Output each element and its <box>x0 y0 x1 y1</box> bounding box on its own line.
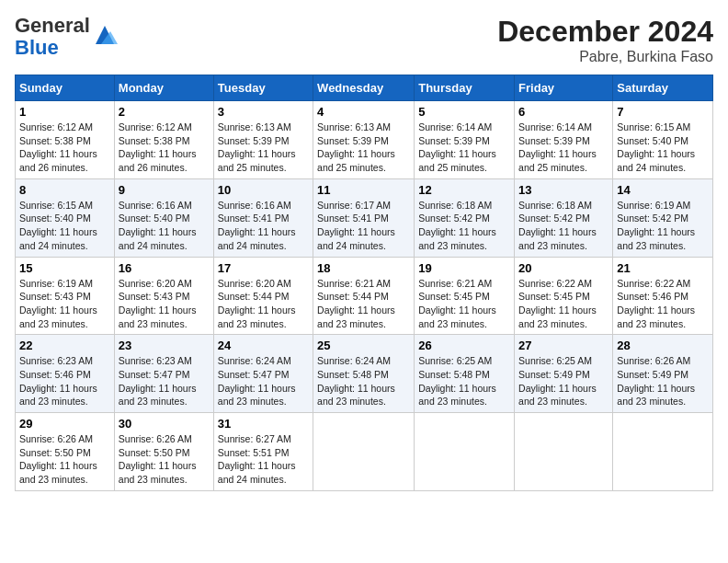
calendar-cell: 20 Sunrise: 6:22 AMSunset: 5:45 PMDaylig… <box>515 257 613 335</box>
calendar-cell <box>515 413 613 491</box>
cell-info: Sunrise: 6:23 AMSunset: 5:46 PMDaylight:… <box>19 355 97 407</box>
cell-info: Sunrise: 6:21 AMSunset: 5:44 PMDaylight:… <box>317 278 395 329</box>
calendar-cell: 16 Sunrise: 6:20 AMSunset: 5:43 PMDaylig… <box>114 257 213 335</box>
cell-info: Sunrise: 6:22 AMSunset: 5:46 PMDaylight:… <box>617 278 695 329</box>
calendar-cell: 22 Sunrise: 6:23 AMSunset: 5:46 PMDaylig… <box>16 335 115 413</box>
cell-info: Sunrise: 6:22 AMSunset: 5:45 PMDaylight:… <box>518 278 597 329</box>
cell-info: Sunrise: 6:23 AMSunset: 5:47 PMDaylight:… <box>119 355 197 407</box>
cell-info: Sunrise: 6:24 AMSunset: 5:48 PMDaylight:… <box>317 355 395 407</box>
calendar-cell: 5 Sunrise: 6:14 AMSunset: 5:39 PMDayligh… <box>415 101 515 179</box>
calendar-week-row: 8 Sunrise: 6:15 AMSunset: 5:40 PMDayligh… <box>16 178 713 257</box>
day-number: 10 <box>218 183 309 197</box>
cell-info: Sunrise: 6:26 AMSunset: 5:49 PMDaylight:… <box>617 355 695 407</box>
calendar-cell: 8 Sunrise: 6:15 AMSunset: 5:40 PMDayligh… <box>16 178 115 257</box>
day-number: 11 <box>317 183 410 197</box>
calendar-cell: 12 Sunrise: 6:18 AMSunset: 5:42 PMDaylig… <box>415 178 515 257</box>
cell-info: Sunrise: 6:13 AMSunset: 5:39 PMDaylight:… <box>218 121 296 173</box>
day-number: 15 <box>19 261 110 275</box>
logo-general: General <box>15 14 90 37</box>
page-title: December 2024 <box>497 15 713 49</box>
cell-info: Sunrise: 6:15 AMSunset: 5:40 PMDaylight:… <box>19 200 97 251</box>
logo: General Blue <box>15 15 118 59</box>
day-number: 31 <box>218 417 309 431</box>
day-number: 14 <box>617 183 709 197</box>
calendar-cell: 1 Sunrise: 6:12 AMSunset: 5:38 PMDayligh… <box>16 101 115 179</box>
cell-info: Sunrise: 6:12 AMSunset: 5:38 PMDaylight:… <box>119 121 197 173</box>
calendar-cell: 29 Sunrise: 6:26 AMSunset: 5:50 PMDaylig… <box>16 413 115 491</box>
day-number: 7 <box>617 105 709 119</box>
day-number: 16 <box>119 261 210 275</box>
calendar-week-row: 22 Sunrise: 6:23 AMSunset: 5:46 PMDaylig… <box>16 335 713 413</box>
calendar-cell: 11 Sunrise: 6:17 AMSunset: 5:41 PMDaylig… <box>313 178 415 257</box>
day-number: 2 <box>119 105 210 119</box>
calendar-cell: 10 Sunrise: 6:16 AMSunset: 5:41 PMDaylig… <box>213 178 313 257</box>
calendar-cell <box>613 413 713 491</box>
logo-icon <box>92 22 118 48</box>
calendar-cell: 31 Sunrise: 6:27 AMSunset: 5:51 PMDaylig… <box>213 413 313 491</box>
header-sunday: Sunday <box>16 75 115 101</box>
cell-info: Sunrise: 6:20 AMSunset: 5:44 PMDaylight:… <box>218 278 296 329</box>
cell-info: Sunrise: 6:12 AMSunset: 5:38 PMDaylight:… <box>19 121 97 173</box>
cell-info: Sunrise: 6:14 AMSunset: 5:39 PMDaylight:… <box>518 121 597 173</box>
calendar-cell: 23 Sunrise: 6:23 AMSunset: 5:47 PMDaylig… <box>114 335 213 413</box>
calendar-cell: 24 Sunrise: 6:24 AMSunset: 5:47 PMDaylig… <box>213 335 313 413</box>
cell-info: Sunrise: 6:24 AMSunset: 5:47 PMDaylight:… <box>218 355 296 407</box>
day-number: 20 <box>518 261 609 275</box>
cell-info: Sunrise: 6:18 AMSunset: 5:42 PMDaylight:… <box>518 200 597 251</box>
logo-blue: Blue <box>15 36 59 59</box>
day-number: 27 <box>518 339 609 352</box>
calendar-cell <box>313 413 415 491</box>
calendar-cell: 15 Sunrise: 6:19 AMSunset: 5:43 PMDaylig… <box>16 257 115 335</box>
header-wednesday: Wednesday <box>313 75 415 101</box>
day-number: 6 <box>518 105 609 119</box>
calendar-cell: 7 Sunrise: 6:15 AMSunset: 5:40 PMDayligh… <box>613 101 713 179</box>
day-number: 3 <box>218 105 309 119</box>
calendar-week-row: 1 Sunrise: 6:12 AMSunset: 5:38 PMDayligh… <box>16 101 713 179</box>
cell-info: Sunrise: 6:14 AMSunset: 5:39 PMDaylight:… <box>418 121 496 173</box>
day-number: 17 <box>218 261 309 275</box>
header-tuesday: Tuesday <box>213 75 313 101</box>
calendar-cell: 18 Sunrise: 6:21 AMSunset: 5:44 PMDaylig… <box>313 257 415 335</box>
calendar-cell: 27 Sunrise: 6:25 AMSunset: 5:49 PMDaylig… <box>515 335 613 413</box>
cell-info: Sunrise: 6:15 AMSunset: 5:40 PMDaylight:… <box>617 121 695 173</box>
calendar-cell: 13 Sunrise: 6:18 AMSunset: 5:42 PMDaylig… <box>515 178 613 257</box>
calendar-cell: 2 Sunrise: 6:12 AMSunset: 5:38 PMDayligh… <box>114 101 213 179</box>
day-number: 19 <box>418 261 510 275</box>
page-subtitle: Pabre, Burkina Faso <box>497 49 713 65</box>
cell-info: Sunrise: 6:13 AMSunset: 5:39 PMDaylight:… <box>317 121 395 173</box>
page-header: General Blue December 2024 Pabre, Burkin… <box>15 15 713 65</box>
day-number: 12 <box>418 183 510 197</box>
day-number: 23 <box>119 339 210 352</box>
calendar-cell: 21 Sunrise: 6:22 AMSunset: 5:46 PMDaylig… <box>613 257 713 335</box>
cell-info: Sunrise: 6:21 AMSunset: 5:45 PMDaylight:… <box>418 278 496 329</box>
logo-text: General Blue <box>15 15 90 59</box>
calendar-cell: 14 Sunrise: 6:19 AMSunset: 5:42 PMDaylig… <box>613 178 713 257</box>
cell-info: Sunrise: 6:26 AMSunset: 5:50 PMDaylight:… <box>19 433 97 485</box>
header-saturday: Saturday <box>613 75 713 101</box>
day-number: 30 <box>119 417 210 431</box>
calendar-table: SundayMondayTuesdayWednesdayThursdayFrid… <box>15 75 713 491</box>
cell-info: Sunrise: 6:18 AMSunset: 5:42 PMDaylight:… <box>418 200 496 251</box>
cell-info: Sunrise: 6:16 AMSunset: 5:40 PMDaylight:… <box>119 200 197 251</box>
day-number: 25 <box>317 339 410 352</box>
calendar-cell: 28 Sunrise: 6:26 AMSunset: 5:49 PMDaylig… <box>613 335 713 413</box>
cell-info: Sunrise: 6:26 AMSunset: 5:50 PMDaylight:… <box>119 433 197 485</box>
day-number: 5 <box>418 105 510 119</box>
calendar-cell: 4 Sunrise: 6:13 AMSunset: 5:39 PMDayligh… <box>313 101 415 179</box>
cell-info: Sunrise: 6:19 AMSunset: 5:42 PMDaylight:… <box>617 200 695 251</box>
cell-info: Sunrise: 6:17 AMSunset: 5:41 PMDaylight:… <box>317 200 395 251</box>
calendar-week-row: 15 Sunrise: 6:19 AMSunset: 5:43 PMDaylig… <box>16 257 713 335</box>
day-number: 21 <box>617 261 709 275</box>
cell-info: Sunrise: 6:25 AMSunset: 5:49 PMDaylight:… <box>518 355 597 407</box>
calendar-header-row: SundayMondayTuesdayWednesdayThursdayFrid… <box>16 75 713 101</box>
header-friday: Friday <box>515 75 613 101</box>
day-number: 4 <box>317 105 410 119</box>
day-number: 22 <box>19 339 110 352</box>
day-number: 29 <box>19 417 110 431</box>
calendar-week-row: 29 Sunrise: 6:26 AMSunset: 5:50 PMDaylig… <box>16 413 713 491</box>
header-monday: Monday <box>114 75 213 101</box>
day-number: 1 <box>19 105 110 119</box>
calendar-cell: 30 Sunrise: 6:26 AMSunset: 5:50 PMDaylig… <box>114 413 213 491</box>
calendar-cell: 19 Sunrise: 6:21 AMSunset: 5:45 PMDaylig… <box>415 257 515 335</box>
day-number: 18 <box>317 261 410 275</box>
